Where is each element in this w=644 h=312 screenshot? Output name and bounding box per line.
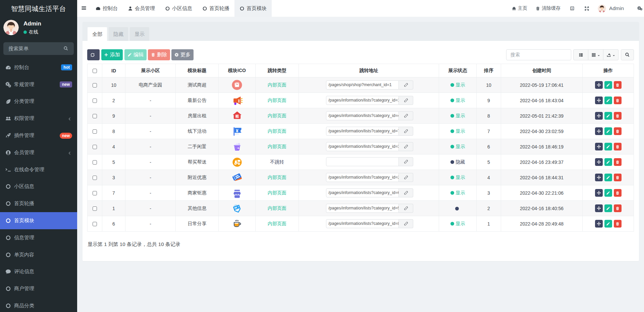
- svg-text:文: 文: [571, 7, 573, 10]
- svg-text:二手: 二手: [235, 147, 239, 149]
- svg-text:租: 租: [235, 114, 239, 118]
- svg-text:¥: ¥: [236, 128, 238, 133]
